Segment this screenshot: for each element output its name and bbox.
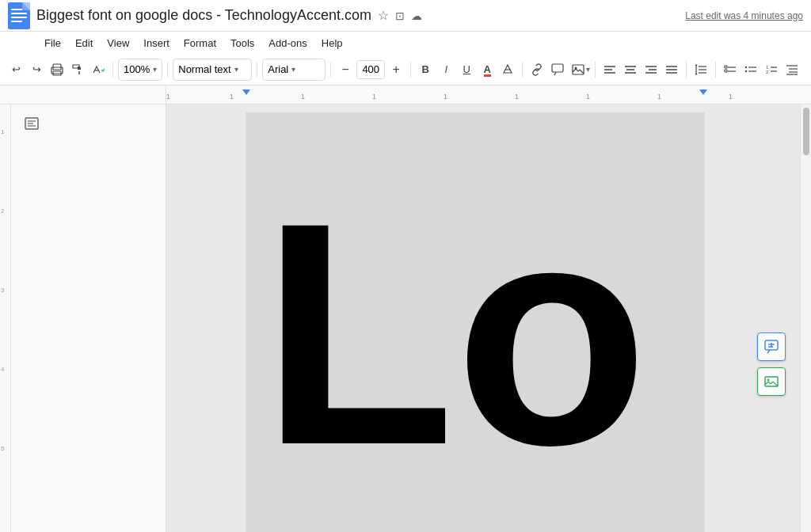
svg-rect-31 [725,70,727,72]
star-icon[interactable]: ☆ [378,8,389,23]
svg-point-54 [767,379,770,382]
ruler-right-indent[interactable] [699,89,707,95]
italic-button[interactable]: I [436,59,455,81]
image-button[interactable] [569,59,588,81]
comment-button[interactable] [548,59,567,81]
menu-tools[interactable]: Tools [224,36,261,51]
menu-help[interactable]: Help [315,36,349,51]
page-content-text[interactable]: Lo [261,176,649,492]
font-family-arrow: ▾ [291,65,295,74]
content-area: 1 2 3 4 5 Lo [0,104,811,532]
v-ruler-mark-1: 1 [1,128,4,135]
document-outline-icon[interactable] [24,116,40,134]
ruler-left-indent[interactable] [242,89,250,95]
svg-text:2.: 2. [766,70,770,74]
ruler-mark-3: 1 [372,93,376,101]
indent-list-button[interactable] [782,59,801,81]
text-color-button[interactable]: A [478,59,497,81]
link-button[interactable] [527,59,546,81]
svg-rect-30 [725,66,727,68]
checklist-button[interactable] [721,59,740,81]
zoom-dropdown[interactable]: 100% ▾ [118,59,162,81]
line-spacing-button[interactable] [691,59,710,81]
cloud-icon[interactable]: ☁ [411,10,422,22]
numbered-list-button[interactable]: 1.2. [762,59,781,81]
add-image-fab[interactable] [757,367,786,396]
redo-button[interactable]: ↪ [27,59,46,81]
text-style-dropdown[interactable]: Normal text ▾ [173,59,252,81]
svg-rect-2 [11,13,27,14]
svg-point-32 [745,66,747,67]
align-left-button[interactable] [600,59,619,81]
left-panel: 1 2 3 4 5 [0,104,166,532]
menu-bar: File Edit View Insert Format Tools Add-o… [0,32,811,54]
image-dropdown-arrow[interactable]: ▾ [586,65,590,74]
paint-format-button[interactable] [68,59,87,81]
bold-button[interactable]: B [416,59,435,81]
font-size-control: − + [336,60,406,79]
align-justify-button[interactable] [662,59,681,81]
title-row: Biggest font on google docs - Technology… [36,7,679,24]
font-size-increase[interactable]: + [386,60,406,79]
ruler-mark-7: 1 [657,93,661,101]
text-style-arrow: ▾ [234,65,238,74]
ruler-mark-2: 1 [301,93,305,101]
title-bar: Biggest font on google docs - Technology… [0,0,811,32]
undo-button[interactable]: ↩ [6,59,25,81]
align-right-button[interactable] [642,59,661,81]
toolbar-sep-7 [595,62,596,78]
zoom-arrow: ▾ [153,65,157,74]
toolbar-sep-1 [112,62,113,78]
v-ruler-mark-5: 5 [1,445,4,452]
last-edit-status: Last edit was 4 minutes ago [685,10,803,21]
svg-rect-10 [552,64,563,72]
toolbar-sep-6 [522,62,523,78]
font-family-label: Arial [268,63,288,75]
folder-icon[interactable]: ⊡ [395,10,405,22]
font-family-dropdown[interactable]: Arial ▾ [262,59,326,81]
menu-file[interactable]: File [38,36,67,51]
toolbar-sep-8 [686,62,687,78]
highlight-button[interactable] [498,59,517,81]
menu-edit[interactable]: Edit [69,36,99,51]
svg-point-33 [745,70,747,71]
toolbar-sep-4 [330,62,331,78]
svg-rect-3 [11,17,27,18]
align-center-button[interactable] [621,59,640,81]
floating-action-buttons [751,326,792,402]
bullet-list-button[interactable] [741,59,760,81]
ruler: 1 1 1 1 1 1 1 1 1 [0,86,811,104]
add-comment-fab[interactable] [757,332,786,361]
spellcheck-button[interactable] [89,59,108,81]
svg-rect-4 [11,21,22,22]
menu-view[interactable]: View [101,36,135,51]
toolbar: ↩ ↪ 100% ▾ Normal text ▾ Arial ▾ − + B I… [0,54,811,86]
v-ruler-mark-3: 3 [1,287,4,294]
font-size-decrease[interactable]: − [336,60,355,79]
ruler-mark-8: 1 [729,93,733,101]
document-page: Lo [246,112,705,532]
underline-button[interactable]: U [457,59,476,81]
print-button[interactable] [48,59,67,81]
menu-insert[interactable]: Insert [137,36,176,51]
ruler-mark-1: 1 [230,93,234,101]
ruler-mark-0: 1 [166,93,170,101]
menu-format[interactable]: Format [177,36,223,51]
ruler-mark-4: 1 [444,93,447,101]
document-title[interactable]: Biggest font on google docs - Technology… [36,7,371,24]
scrollbar-thumb[interactable] [803,108,809,155]
google-docs-icon [8,2,30,29]
text-style-label: Normal text [178,63,230,75]
title-area: Biggest font on google docs - Technology… [36,7,679,24]
svg-rect-11 [573,65,584,74]
font-size-input[interactable] [356,60,385,79]
document-canvas: Lo [166,104,800,532]
toolbar-sep-3 [257,62,257,78]
toolbar-sep-5 [410,62,411,78]
v-ruler-mark-4: 4 [1,366,4,373]
toolbar-sep-9 [715,62,716,78]
zoom-value: 100% [124,63,150,75]
menu-addons[interactable]: Add-ons [262,36,313,51]
v-ruler-mark-2: 2 [1,207,4,215]
vertical-scrollbar[interactable] [800,104,811,532]
